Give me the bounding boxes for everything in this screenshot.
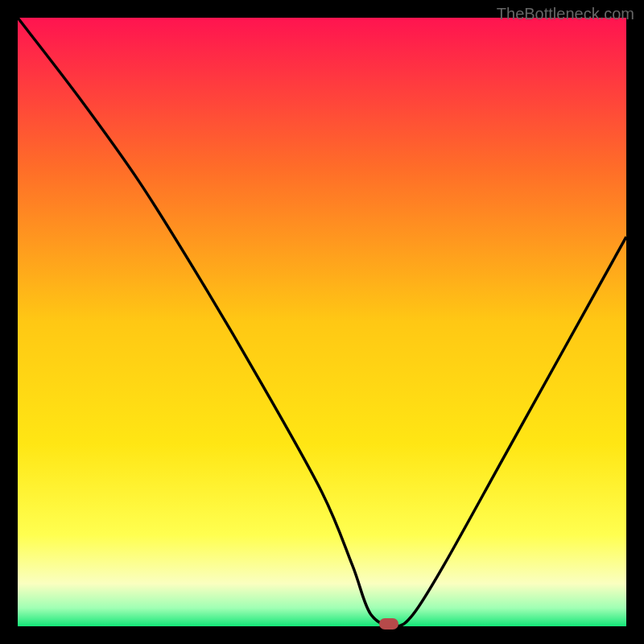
watermark-text: TheBottleneck.com — [497, 5, 634, 23]
optimal-point-marker — [379, 618, 398, 630]
bottleneck-curve — [18, 18, 626, 626]
chart-curve-layer — [18, 18, 626, 626]
